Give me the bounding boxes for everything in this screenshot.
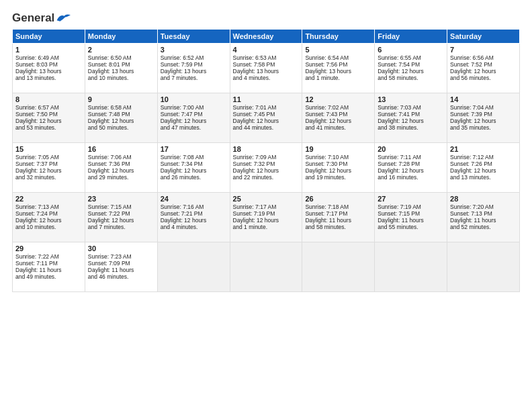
day-info-line: Daylight: 13 hours [161, 68, 227, 75]
day-number: 13 [378, 95, 444, 103]
day-number: 20 [378, 145, 444, 153]
calendar-cell: 15Sunrise: 7:05 AMSunset: 7:37 PMDayligh… [13, 143, 85, 193]
day-number: 4 [233, 46, 300, 54]
day-info-line: Sunset: 7:36 PM [88, 161, 154, 167]
day-number: 14 [450, 95, 517, 103]
calendar-cell: 30Sunrise: 7:23 AMSunset: 7:09 PMDayligh… [85, 242, 157, 292]
day-info-line: Sunset: 7:56 PM [305, 61, 371, 68]
day-info-line: Sunrise: 6:52 AM [161, 54, 227, 61]
day-info-line: Sunrise: 7:15 AM [88, 203, 154, 210]
day-info-line: Daylight: 12 hours [88, 118, 154, 124]
calendar-cell: 23Sunrise: 7:15 AMSunset: 7:22 PMDayligh… [85, 193, 157, 242]
day-info-line: Sunrise: 7:16 AM [161, 203, 227, 210]
calendar-cell: 26Sunrise: 7:18 AMSunset: 7:17 PMDayligh… [302, 193, 375, 242]
day-number: 5 [305, 46, 371, 54]
calendar-cell: 10Sunrise: 7:00 AMSunset: 7:47 PMDayligh… [157, 93, 230, 143]
day-info-line: and 58 minutes. [378, 75, 444, 81]
dow-header-wednesday: Wednesday [230, 30, 302, 44]
logo-text: General [12, 12, 54, 24]
day-number: 25 [233, 195, 300, 203]
calendar-cell: 12Sunrise: 7:02 AMSunset: 7:43 PMDayligh… [302, 93, 375, 143]
day-info-line: Sunset: 7:30 PM [305, 161, 371, 167]
day-number: 9 [88, 95, 154, 103]
day-info-line: Daylight: 13 hours [305, 68, 371, 75]
day-info-line: and 13 minutes. [15, 75, 82, 81]
day-info-line: Daylight: 12 hours [305, 118, 371, 124]
day-info-line: Sunset: 7:47 PM [161, 111, 227, 118]
day-info-line: Sunset: 7:19 PM [233, 210, 300, 217]
day-info-line: and 53 minutes. [15, 124, 82, 131]
day-info-line: and 44 minutes. [233, 124, 300, 131]
day-info-line: and 26 minutes. [161, 174, 227, 181]
day-info-line: Sunrise: 7:17 AM [233, 203, 300, 210]
day-info-line: Sunset: 7:41 PM [378, 111, 444, 118]
day-number: 10 [161, 95, 227, 103]
day-info-line: Sunrise: 7:10 AM [305, 154, 371, 161]
calendar-cell [230, 242, 302, 292]
day-info-line: and 58 minutes. [305, 224, 371, 230]
day-info-line: Daylight: 12 hours [88, 217, 154, 224]
day-info-line: Sunrise: 7:02 AM [305, 104, 371, 111]
day-info-line: Sunrise: 7:00 AM [161, 104, 227, 111]
calendar-cell: 1Sunrise: 6:49 AMSunset: 8:03 PMDaylight… [13, 44, 85, 93]
day-info-line: Daylight: 12 hours [233, 167, 300, 174]
day-info-line: Daylight: 12 hours [378, 68, 444, 75]
day-number: 30 [88, 244, 154, 253]
day-number: 27 [378, 195, 444, 203]
day-number: 6 [378, 46, 444, 54]
day-number: 29 [15, 244, 82, 253]
calendar-cell: 25Sunrise: 7:17 AMSunset: 7:19 PMDayligh… [230, 193, 302, 242]
day-info-line: and 38 minutes. [378, 124, 444, 131]
day-info-line: Sunset: 7:32 PM [233, 161, 300, 167]
calendar-cell: 18Sunrise: 7:09 AMSunset: 7:32 PMDayligh… [230, 143, 302, 193]
day-info-line: Sunset: 7:48 PM [88, 111, 154, 118]
day-info-line: and 10 minutes. [15, 224, 82, 230]
day-info-line: and 16 minutes. [378, 174, 444, 181]
day-info-line: Daylight: 12 hours [88, 167, 154, 174]
day-info-line: Sunset: 7:11 PM [15, 260, 82, 267]
day-info-line: Sunset: 8:03 PM [15, 61, 82, 68]
day-info-line: and 22 minutes. [233, 174, 300, 181]
day-info-line: Daylight: 12 hours [450, 68, 517, 75]
calendar-cell: 24Sunrise: 7:16 AMSunset: 7:21 PMDayligh… [157, 193, 230, 242]
day-info-line: and 50 minutes. [88, 124, 154, 131]
day-info-line: and 32 minutes. [15, 174, 82, 181]
day-info-line: Sunrise: 6:53 AM [233, 54, 300, 61]
day-info-line: Sunrise: 7:22 AM [15, 253, 82, 260]
day-info-line: Daylight: 12 hours [15, 217, 82, 224]
week-row-1: 1Sunrise: 6:49 AMSunset: 8:03 PMDaylight… [13, 44, 520, 93]
day-info-line: Sunset: 7:28 PM [378, 161, 444, 167]
day-info-line: Sunrise: 6:50 AM [88, 54, 154, 61]
day-info-line: Daylight: 13 hours [88, 68, 154, 75]
dow-header-saturday: Saturday [447, 30, 520, 44]
calendar-cell: 14Sunrise: 7:04 AMSunset: 7:39 PMDayligh… [447, 93, 520, 143]
day-info-line: Sunset: 7:45 PM [233, 111, 300, 118]
day-number: 8 [15, 95, 82, 103]
day-info-line: Sunrise: 6:58 AM [88, 104, 154, 111]
day-info-line: and 7 minutes. [161, 75, 227, 81]
day-number: 18 [233, 145, 300, 153]
calendar-cell: 8Sunrise: 6:57 AMSunset: 7:50 PMDaylight… [13, 93, 85, 143]
day-info-line: Sunrise: 6:54 AM [305, 54, 371, 61]
day-info-line: Sunrise: 6:56 AM [450, 54, 517, 61]
day-info-line: Daylight: 12 hours [161, 118, 227, 124]
day-info-line: Sunrise: 7:12 AM [450, 154, 517, 161]
day-info-line: Sunset: 7:13 PM [450, 210, 517, 217]
day-info-line: Sunset: 7:17 PM [305, 210, 371, 217]
day-number: 19 [305, 145, 371, 153]
day-info-line: Daylight: 12 hours [305, 167, 371, 174]
logo-bird-icon [56, 13, 71, 24]
day-number: 7 [450, 46, 517, 54]
calendar-cell: 2Sunrise: 6:50 AMSunset: 8:01 PMDaylight… [85, 44, 157, 93]
day-info-line: and 1 minute. [233, 224, 300, 230]
day-number: 15 [15, 145, 82, 153]
day-info-line: and 19 minutes. [305, 174, 371, 181]
week-row-5: 29Sunrise: 7:22 AMSunset: 7:11 PMDayligh… [13, 242, 520, 292]
day-info-line: Sunset: 7:54 PM [378, 61, 444, 68]
day-info-line: and 4 minutes. [233, 75, 300, 81]
day-number: 11 [233, 95, 300, 103]
day-info-line: Sunrise: 7:01 AM [233, 104, 300, 111]
day-info-line: Sunrise: 7:18 AM [305, 203, 371, 210]
day-info-line: Sunrise: 7:11 AM [378, 154, 444, 161]
day-info-line: Daylight: 12 hours [161, 167, 227, 174]
